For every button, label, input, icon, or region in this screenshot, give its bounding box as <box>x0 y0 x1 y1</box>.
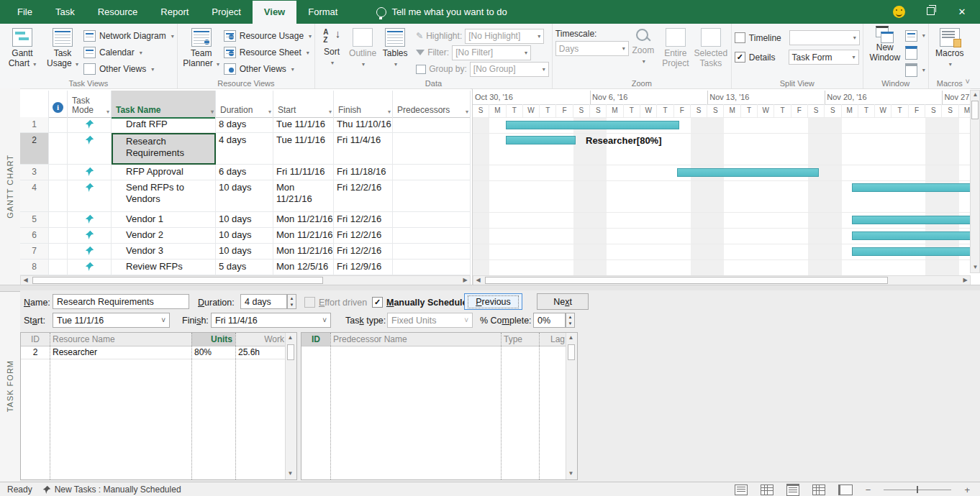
resource-grid-column-header[interactable]: Units <box>191 333 235 346</box>
task-cell-finish[interactable]: Thu 11/10/16 <box>334 117 393 133</box>
task-cell-start[interactable]: Mon 11/21/16 <box>273 244 334 260</box>
column-header-finish[interactable]: Finish▾ <box>334 91 393 118</box>
task-cell-mode[interactable] <box>68 228 112 244</box>
task-cell-info[interactable] <box>49 228 68 244</box>
task-cell-duration[interactable]: 10 days <box>216 180 273 212</box>
resource-grid-cell[interactable]: Researcher <box>50 346 191 359</box>
predecessor-grid-vscrollbar[interactable]: ▲▼ <box>566 333 577 479</box>
task-cell-mode[interactable] <box>68 133 112 165</box>
gantt-bar[interactable] <box>677 168 819 177</box>
table-hscroll-thumb[interactable] <box>32 277 323 284</box>
name-input[interactable]: Research Requirements <box>53 294 189 309</box>
gantt-chart-view-icon[interactable] <box>735 484 748 495</box>
zoom-in-button[interactable]: + <box>964 484 970 495</box>
task-usage-view-icon[interactable] <box>761 484 773 495</box>
resource-sheet-view-icon[interactable] <box>812 484 825 495</box>
predecessor-grid-column-header[interactable]: Type <box>501 333 539 346</box>
resource-grid-column-header[interactable]: ID <box>21 333 50 346</box>
finish-combobox[interactable]: Fri 11/4/16˅ <box>211 313 331 328</box>
task-cell-name[interactable]: Vendor 2 <box>112 228 216 244</box>
task-cell-name[interactable]: Vendor 1 <box>112 212 216 228</box>
chart-hscrollbar[interactable]: ◀▶ <box>473 275 971 285</box>
duration-input[interactable]: 4 days <box>240 294 287 309</box>
zoom-slider-thumb[interactable] <box>917 486 918 493</box>
calendar-button[interactable]: Calendar▾ <box>83 45 174 60</box>
macros-button[interactable]: Macros▾ <box>932 26 968 77</box>
filter-chevron-icon[interactable]: ▾ <box>466 109 468 115</box>
task-cell-pred[interactable] <box>393 212 471 228</box>
resource-grid-cell[interactable]: 80% <box>191 346 235 359</box>
task-cell-rownum[interactable]: 8 <box>20 260 49 275</box>
task-cell-name[interactable]: RFP Approval <box>112 165 216 180</box>
other-views-button[interactable]: Other Views▾ <box>83 62 174 76</box>
team-planner-view-icon[interactable] <box>786 484 799 496</box>
filter-chevron-icon[interactable]: ▾ <box>268 109 271 115</box>
task-cell-rownum[interactable]: 3 <box>20 165 49 180</box>
manually-scheduled-checkbox[interactable] <box>372 297 383 308</box>
task-cell-duration[interactable]: 10 days <box>216 244 273 260</box>
outline-button[interactable]: Outline▾ <box>347 26 378 77</box>
effort-driven-checkbox[interactable] <box>304 297 315 308</box>
collapse-ribbon-icon[interactable]: ˅ <box>966 77 970 86</box>
entire-project-button[interactable]: Entire Project <box>659 26 692 77</box>
task-cell-start[interactable]: Mon 11/21/16 <box>273 180 334 212</box>
task-cell-name[interactable]: Send RFPs to Vendors <box>112 180 216 212</box>
task-cell-info[interactable] <box>49 180 68 212</box>
task-cell-duration[interactable]: 4 days <box>216 133 273 165</box>
column-header-duration[interactable]: Duration▾ <box>216 91 273 118</box>
task-cell-finish[interactable]: Fri 11/4/16 <box>334 133 393 165</box>
timescale-dropdown[interactable]: Days▾ <box>555 41 629 56</box>
tab-report[interactable]: Report <box>149 1 200 24</box>
resource-grid-cell[interactable]: 2 <box>21 346 50 359</box>
predecessor-grid-column-header[interactable]: Lag <box>539 333 568 346</box>
task-cell-rownum[interactable]: 2 <box>20 133 49 165</box>
column-header-mode[interactable]: Task Mode▾ <box>68 91 112 118</box>
chart-hscroll-thumb[interactable] <box>485 277 888 284</box>
zoom-button[interactable]: Zoom▾ <box>629 26 658 77</box>
task-cell-info[interactable] <box>49 260 68 275</box>
task-cell-start[interactable]: Mon 12/5/16 <box>273 260 334 275</box>
group-by-dropdown[interactable]: [No Group]▾ <box>470 62 549 77</box>
scroll-down-icon[interactable]: ▼ <box>566 469 576 479</box>
restore-button[interactable] <box>924 6 937 17</box>
task-cell-pred[interactable] <box>393 260 471 275</box>
tables-button[interactable]: Tables▾ <box>380 26 410 77</box>
filter-chevron-icon[interactable]: ▾ <box>329 109 332 115</box>
zoom-slider[interactable] <box>884 490 951 490</box>
task-cell-duration[interactable]: 6 days <box>216 165 273 180</box>
task-cell-info[interactable] <box>49 244 68 260</box>
other-views-resource-button[interactable]: Other Views▾ <box>224 62 312 76</box>
task-cell-duration[interactable]: 10 days <box>216 228 273 244</box>
task-cell-finish[interactable]: Fri 12/2/16 <box>334 244 393 260</box>
task-cell-info[interactable] <box>49 212 68 228</box>
task-cell-pred[interactable] <box>393 244 471 260</box>
gantt-chart-button[interactable]: Gantt Chart ▾ <box>3 26 42 77</box>
team-planner-button[interactable]: Team Planner ▾ <box>181 26 222 77</box>
table-hscrollbar[interactable]: ◀▶ <box>20 275 471 285</box>
filter-chevron-icon[interactable]: ▾ <box>211 109 214 115</box>
filter-dropdown[interactable]: [No Filter]▾ <box>452 45 531 60</box>
scroll-up-icon[interactable]: ▲ <box>971 91 980 100</box>
gantt-bar[interactable] <box>852 183 971 192</box>
details-dropdown[interactable]: Task Form▾ <box>789 50 859 65</box>
column-header-rownum[interactable] <box>20 91 49 118</box>
task-cell-rownum[interactable]: 5 <box>20 212 49 228</box>
task-cell-name[interactable]: Vendor 3 <box>112 244 216 260</box>
resource-sheet-button[interactable]: Resource Sheet▾ <box>224 45 312 60</box>
tab-project[interactable]: Project <box>200 1 252 24</box>
hide-window-button[interactable] <box>905 46 925 60</box>
scroll-up-icon[interactable]: ▲ <box>566 334 576 343</box>
chart-vertical-scrollbar[interactable]: ▲ ▼ <box>970 90 980 273</box>
task-cell-rownum[interactable]: 6 <box>20 228 49 244</box>
task-cell-mode[interactable] <box>68 180 112 212</box>
start-combobox[interactable]: Tue 11/1/16˅ <box>53 313 170 328</box>
task-cell-pred[interactable] <box>393 133 471 165</box>
column-header-pred[interactable]: Predecessors▾ <box>393 91 471 118</box>
predecessor-grid-column-header[interactable]: ID <box>301 333 330 346</box>
column-header-info[interactable]: i <box>49 91 68 118</box>
task-cell-name[interactable]: Draft RFP <box>112 117 216 133</box>
task-cell-mode[interactable] <box>68 244 112 260</box>
task-cell-start[interactable]: Tue 11/1/16 <box>273 117 334 133</box>
task-cell-name[interactable]: Review RFPs <box>112 260 216 275</box>
task-cell-duration[interactable]: 10 days <box>216 212 273 228</box>
